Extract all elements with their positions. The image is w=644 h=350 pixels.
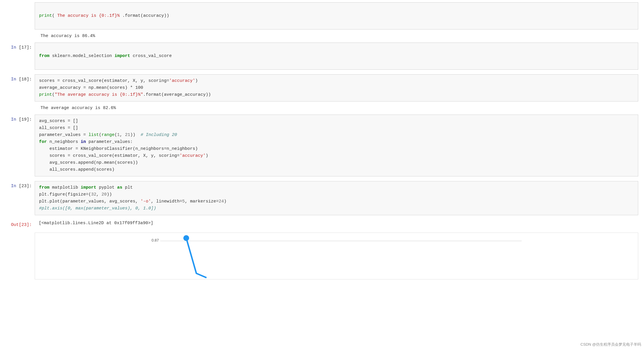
str-accuracy-18: 'accuracy' (169, 78, 195, 83)
num-21: 21 (125, 132, 130, 137)
plot-marker-top (183, 235, 189, 241)
cell-23-out-label: Out[23]: (0, 218, 35, 233)
cell-18-output: The average accuracy is 82.6% (0, 104, 644, 112)
cell-19-code[interactable]: avg_scores = [] all_scores = [] paramete… (35, 115, 638, 176)
kw-for-19: for (39, 139, 47, 144)
cell-17: In [17]: from sklearn.model_selection im… (0, 40, 644, 72)
top-partial-cell: print( The accuracy is {0:.1f}% .format(… (0, 0, 644, 32)
cell-23-in: In (11, 184, 16, 189)
kw-as-23: as (117, 185, 122, 190)
comment-19: # Including 20 (141, 132, 177, 137)
str-accuracy-19: 'accuracy' (180, 153, 206, 158)
out-label-23: Out[23]: (11, 222, 32, 227)
cell-18: In [18]: scores = cross_val_score(estima… (0, 72, 644, 104)
cell-17-label: In [17]: (0, 40, 35, 55)
num-20: 20 (102, 192, 107, 197)
kw-import-23: import (81, 185, 96, 190)
num-1: 1 (117, 132, 120, 137)
comment-23: #plt.axis([0, max(parameter_values), 0, … (39, 206, 156, 211)
num-lw: 5 (182, 199, 185, 204)
cell-23-label: In [23]: (0, 179, 35, 194)
top-partial-output: The accuracy is 86.4% (0, 32, 644, 40)
cell-23-plot: 0.87 (35, 233, 638, 279)
plot-svg: 0.87 (149, 233, 525, 279)
notebook: print( The accuracy is {0:.1f}% .format(… (0, 0, 644, 279)
print-fn-18: print (39, 92, 52, 97)
cell-23-plot-row: 0.87 (0, 233, 644, 279)
cell-18-label: In [18]: (0, 72, 35, 87)
top-partial-label (0, 0, 35, 32)
cell-19-label: In [19]: (0, 112, 35, 127)
cell-19: In [19]: avg_scores = [] all_scores = []… (0, 112, 644, 179)
top-partial-code[interactable]: print( The accuracy is {0:.1f}% .format(… (35, 2, 638, 30)
plot-line (186, 238, 206, 278)
num-ms: 24 (219, 199, 224, 204)
cell-23-out-text: [<matplotlib.lines.Line2D at 0x17f09ff3a… (35, 218, 638, 229)
cell-17-code[interactable]: from sklearn.model_selection import cros… (35, 43, 638, 70)
kw-in-19: in (81, 139, 86, 144)
cell-23: In [23]: from matplotlib import pyplot a… (0, 179, 644, 218)
print-fn-top: print (39, 13, 52, 18)
list-fn: list (88, 132, 99, 137)
kw-import-17: import (115, 54, 130, 58)
str-fmt-23: '-o' (141, 199, 151, 204)
cell-23-out-row: Out[23]: [<matplotlib.lines.Line2D at 0x… (0, 218, 644, 233)
cell-18-in: In (11, 77, 16, 82)
cell-23-plot-label (0, 233, 35, 241)
kw-from-23: from (39, 185, 49, 190)
num-32: 32 (91, 192, 96, 197)
cell-17-in: In (11, 45, 16, 50)
plot-y-label: 0.87 (152, 238, 159, 242)
kw-from-17: from (39, 54, 49, 58)
cell-18-code[interactable]: scores = cross_val_score(estimator, X, y… (35, 74, 638, 102)
cell-23-code[interactable]: from matplotlib import pyplot as plt plt… (35, 181, 638, 215)
cell-19-in: In (11, 117, 16, 122)
str-print-18: "The average accuracy is {0:.1f}%" (55, 92, 143, 97)
range-fn: range (102, 132, 115, 137)
